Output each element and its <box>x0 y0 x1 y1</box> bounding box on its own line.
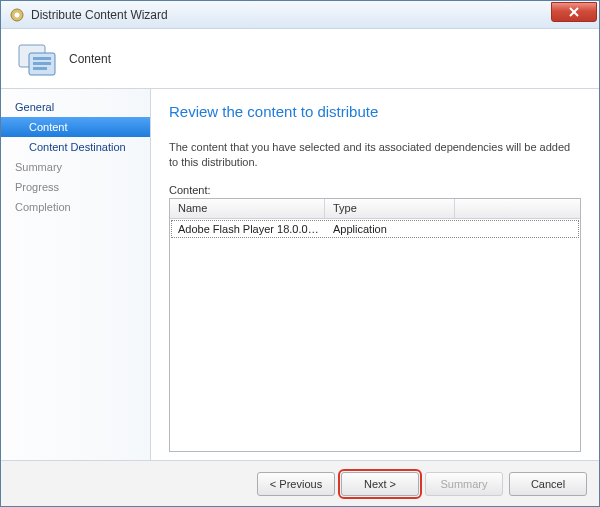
close-icon <box>569 7 579 17</box>
svg-rect-6 <box>33 57 51 60</box>
header-title: Content <box>69 52 111 66</box>
page-description: The content that you have selected and i… <box>169 140 581 170</box>
window-title: Distribute Content Wizard <box>31 8 551 22</box>
wizard-footer: < Previous Next > Summary Cancel <box>1 460 599 506</box>
window-controls <box>551 2 597 22</box>
content-icon <box>17 41 57 77</box>
nav-content-destination[interactable]: Content Destination <box>1 137 150 157</box>
content-label: Content: <box>169 184 581 196</box>
summary-button: Summary <box>425 472 503 496</box>
cancel-button[interactable]: Cancel <box>509 472 587 496</box>
wizard-body: General Content Content Destination Summ… <box>1 89 599 460</box>
svg-point-1 <box>15 12 20 17</box>
wizard-window: Distribute Content Wizard Content Genera… <box>0 0 600 507</box>
next-button[interactable]: Next > <box>341 472 419 496</box>
nav-general[interactable]: General <box>1 97 150 117</box>
table-row[interactable]: Adobe Flash Player 18.0.0.20... Applicat… <box>171 220 579 238</box>
wizard-main: Review the content to distribute The con… <box>151 89 599 460</box>
previous-button[interactable]: < Previous <box>257 472 335 496</box>
close-button[interactable] <box>551 2 597 22</box>
svg-rect-7 <box>33 62 51 65</box>
table-header: Name Type <box>170 199 580 219</box>
svg-rect-8 <box>33 67 47 70</box>
cell-name: Adobe Flash Player 18.0.0.20... <box>172 221 327 237</box>
nav-summary: Summary <box>1 157 150 177</box>
page-title: Review the content to distribute <box>169 103 581 120</box>
wizard-sidebar: General Content Content Destination Summ… <box>1 89 151 460</box>
nav-completion: Completion <box>1 197 150 217</box>
nav-content[interactable]: Content <box>1 117 150 137</box>
app-icon <box>9 7 25 23</box>
wizard-header: Content <box>1 29 599 89</box>
content-table: Name Type Adobe Flash Player 18.0.0.20..… <box>169 198 581 452</box>
nav-progress: Progress <box>1 177 150 197</box>
column-type[interactable]: Type <box>325 199 455 218</box>
column-name[interactable]: Name <box>170 199 325 218</box>
column-spacer <box>455 199 580 218</box>
cell-type: Application <box>327 221 457 237</box>
titlebar: Distribute Content Wizard <box>1 1 599 29</box>
